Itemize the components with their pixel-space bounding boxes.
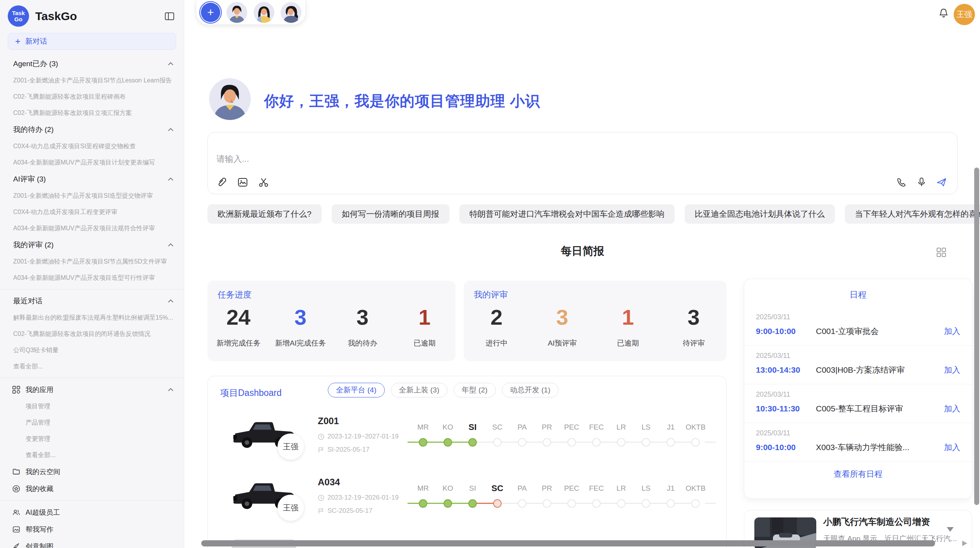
milestone: J1 (658, 422, 683, 453)
sidebar-item[interactable]: 公司Q3轻卡销量 (0, 342, 184, 358)
sidebar-item[interactable]: Z001-全新燃油轻卡产品开发项目SI造型提交物评审 (0, 188, 184, 204)
sidebar-item-my-favorites[interactable]: 我的收藏 (0, 480, 184, 497)
milestone-label: MR (411, 483, 435, 493)
phone-icon[interactable] (896, 177, 907, 188)
grid-icon (12, 386, 20, 394)
app-sub-item[interactable]: 变更管理 (0, 431, 184, 447)
task-progress-stats: 24 新增完成任务 3 新增AI完成任务 3 我的待办 1 已逾期 (207, 305, 456, 348)
chat-input-card (207, 132, 958, 194)
suggestion-chip[interactable]: 如何写一份清晰的项目周报 (332, 204, 449, 224)
milestone-dot (493, 438, 502, 447)
dashboard-tab[interactable]: 全新上装 (3) (391, 383, 448, 397)
owner-name: 王强 (283, 503, 298, 513)
schedule-item: 2025/03/11 10:30-11:30 C005-整车工程目标评审 加入 (744, 384, 972, 423)
horizontal-scrollbar-thumb[interactable] (201, 540, 935, 546)
milestone-dot (567, 438, 576, 447)
project-flag-milestone: SI-2025-05-17 (318, 446, 370, 454)
image-icon[interactable] (237, 177, 248, 188)
stat-value: 2 (464, 305, 529, 330)
dashboard-tab[interactable]: 年型 (2) (454, 383, 496, 397)
project-row[interactable]: 王强 Z001 2023-12-19~2027-01-19 SI-2025-05… (208, 412, 726, 473)
app-sub-item[interactable]: 查看全部... (0, 447, 184, 463)
dashboard-tab[interactable]: 动总开发 (1) (502, 383, 559, 397)
milestone-label: PA (510, 483, 535, 493)
join-link[interactable]: 加入 (944, 365, 960, 375)
scissors-icon[interactable] (258, 177, 269, 188)
stat-label: 新增完成任务 (207, 338, 269, 348)
milestone-dot (691, 438, 700, 447)
sidebar-item[interactable]: C0X4-动力总成开发项目工程变更评审 (0, 204, 184, 220)
paperclip-icon[interactable] (216, 177, 227, 188)
milestone-label: SI (460, 483, 485, 493)
milestone-dot (691, 499, 700, 508)
sidebar-section-header-my-todo[interactable]: 我的待办 (2) (0, 121, 184, 138)
suggestion-chip[interactable]: 特朗普可能对进口汽车增税会对中国车企造成哪些影响 (459, 204, 675, 224)
layout-grid-icon[interactable] (936, 247, 947, 258)
sidebar-item-creative-draw[interactable]: 创意制图 (0, 538, 184, 548)
stat-label: 已逾期 (595, 338, 661, 348)
suggestion-chip[interactable]: 当下年轻人对汽车外观有怎样的喜好趋势 (845, 204, 980, 224)
milestone-dot (592, 438, 601, 447)
sidebar-item-my-apps[interactable]: 我的应用 (0, 381, 184, 398)
scroll-right-arrow[interactable] (962, 541, 967, 546)
microphone-icon[interactable] (916, 177, 927, 188)
chevron-up-icon (168, 243, 174, 247)
join-link[interactable]: 加入 (944, 326, 960, 337)
add-agent-button[interactable]: + (201, 3, 220, 22)
stat-label: 进行中 (464, 338, 529, 348)
apps-list: 项目管理产品管理变更管理查看全部... (0, 398, 184, 463)
milestone-label: J1 (658, 422, 683, 432)
sidebar-item-help-write[interactable]: 帮我写作 (0, 521, 184, 538)
sidebar-item[interactable]: C02-飞腾新能源轻客改款项目立项汇报方案 (0, 105, 184, 121)
sidebar-item[interactable]: C02-飞腾新能源轻客改款项目的闭环通告反馈情况 (0, 326, 184, 342)
sidebar-item[interactable]: 查看全部... (0, 358, 184, 375)
schedule-title: 日程 (744, 279, 972, 301)
sidebar-section-header-my-review[interactable]: 我的评审 (2) (0, 236, 184, 253)
milestone-dot (468, 438, 477, 447)
agent-avatar-1[interactable] (226, 2, 247, 23)
new-chat-button[interactable]: + 新对话 (8, 33, 176, 50)
panel-collapse-icon[interactable] (164, 11, 175, 21)
project-row[interactable]: 王强 A034 2023-12-19~2026-01-19 SC-2025-05… (208, 473, 726, 534)
app-sub-item[interactable]: 项目管理 (0, 398, 184, 414)
sidebar-item[interactable]: A034-全新新能源MUV产品开发项目法规符合性评审 (0, 220, 184, 236)
view-all-schedule-link[interactable]: 查看所有日程 (744, 469, 972, 480)
join-link[interactable]: 加入 (944, 403, 960, 414)
milestone-dot (666, 499, 675, 508)
schedule-date: 2025/03/11 (756, 429, 960, 437)
suggestion-chips: 欧洲新规最近颁布了什么?如何写一份清晰的项目周报特朗普可能对进口汽车增税会对中国… (207, 204, 958, 224)
agent-avatar-2[interactable] (254, 2, 274, 23)
sidebar-section-header-recent-chats[interactable]: 最近对话 (0, 293, 184, 310)
schedule-time: 9:00-10:00 (756, 327, 816, 336)
send-icon[interactable] (936, 177, 947, 188)
milestone: LR (609, 483, 634, 514)
scroll-down-indicator[interactable] (947, 527, 954, 532)
sidebar-item[interactable]: Z001-全新燃油轻卡产品开发项目SI节点属性5D文件评审 (0, 253, 184, 270)
user-avatar[interactable]: 王强 (954, 4, 975, 25)
section-list: C0X4-动力总成开发项目SI里程碑提交物检查A034-全新新能源MUV产品开发… (0, 138, 184, 171)
app-title: TaskGo (35, 10, 164, 23)
milestone-label: MR (411, 422, 435, 432)
chat-input[interactable] (216, 154, 797, 164)
join-link[interactable]: 加入 (944, 442, 960, 453)
divider (0, 500, 184, 501)
sidebar-item[interactable]: C02-飞腾新能源轻客改款项目里程碑画布 (0, 89, 184, 105)
sidebar-item[interactable]: C0X4-动力总成开发项目SI里程碑提交物检查 (0, 138, 184, 154)
bell-icon[interactable] (938, 8, 949, 19)
app-sub-item[interactable]: 产品管理 (0, 414, 184, 431)
suggestion-chip[interactable]: 比亚迪全固态电池计划具体说了什么 (685, 204, 835, 224)
sidebar-section-header-ai-review[interactable]: AI评审 (3) (0, 171, 184, 188)
sidebar-item[interactable]: 解释最新出台的欧盟报废车法规再生塑料比例被调至15%... (0, 310, 184, 326)
sidebar-item[interactable]: Z001-全新燃油皮卡产品开发项目SI节点Lesson Learn报告 (0, 72, 184, 89)
suggestion-chip[interactable]: 欧洲新规最近颁布了什么? (207, 204, 322, 224)
vertical-scrollbar-thumb[interactable] (974, 168, 979, 505)
sidebar-item[interactable]: A034-全新新能源MUV产品开发项目计划变更表编写 (0, 154, 184, 171)
agent-avatar-3[interactable] (281, 2, 302, 23)
milestone-dot (444, 438, 452, 447)
sidebar-section-header-agent-done[interactable]: Agent已办 (3) (0, 55, 184, 72)
sidebar-item[interactable]: A034-全新新能源MUV产品开发项目造型可行性评审 (0, 270, 184, 286)
sidebar-item-ai-staff[interactable]: AI超级员工 (0, 504, 184, 521)
dashboard-tab[interactable]: 全新平台 (4) (328, 383, 385, 397)
my-review-stats: 2 进行中 3 AI预评审 1 已逾期 3 待评审 (464, 305, 726, 348)
sidebar-item-my-cloud[interactable]: 我的云空间 (0, 463, 184, 480)
